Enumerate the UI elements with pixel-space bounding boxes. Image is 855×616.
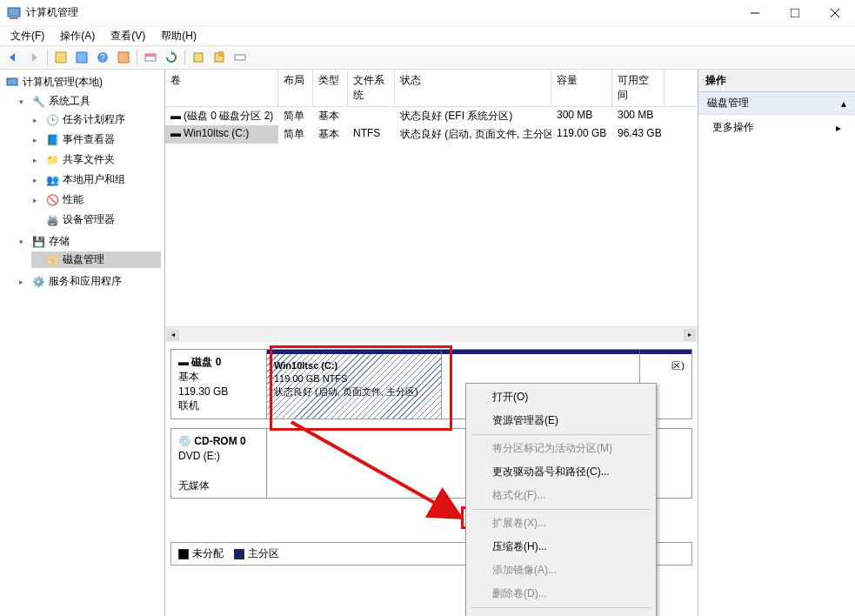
scroll-left-icon[interactable]: ◂ (167, 329, 179, 341)
expand-icon[interactable]: ▸ (33, 116, 42, 124)
tree-disk-management[interactable]: 📀磁盘管理 (31, 251, 161, 268)
tree-label: 任务计划程序 (63, 112, 125, 127)
volume-layout: 简单 (278, 107, 313, 125)
expand-icon[interactable]: ▾ (19, 97, 28, 106)
cm-properties[interactable]: 属性(P) (468, 610, 654, 616)
cm-separator (471, 434, 651, 435)
computer-icon (5, 76, 19, 90)
tree-root[interactable]: 计算机管理(本地) (3, 73, 161, 91)
tree-system-tools[interactable]: ▾ 🔧 系统工具 (17, 93, 161, 110)
context-menu: 打开(O) 资源管理器(E) 将分区标记为活动分区(M) 更改驱动器号和路径(C… (465, 383, 657, 616)
cm-shrink[interactable]: 压缩卷(H)... (468, 535, 654, 559)
close-button[interactable] (815, 0, 855, 26)
toolbar: ? (0, 45, 855, 70)
help-icon[interactable]: ? (93, 48, 112, 67)
col-capacity[interactable]: 容量 (551, 70, 612, 106)
services-icon: ⚙️ (31, 275, 45, 289)
tree-services-apps[interactable]: ▸ ⚙️ 服务和应用程序 (17, 273, 161, 290)
svg-rect-3 (791, 9, 799, 17)
partition-size: 119.00 GB NTFS (274, 372, 434, 385)
disk-info[interactable]: ▬ 磁盘 0 基本 119.30 GB 联机 (171, 350, 267, 418)
volume-layout: 简单 (278, 125, 313, 144)
toolbar-icon-5[interactable] (141, 48, 160, 67)
cm-explorer[interactable]: 资源管理器(E) (468, 409, 654, 432)
horizontal-scrollbar[interactable]: ◂ ▸ (165, 326, 698, 342)
disk-title: 磁盘 0 (191, 356, 221, 368)
maximize-button[interactable] (775, 0, 815, 26)
expand-icon[interactable]: ▸ (33, 136, 42, 144)
tree-storage[interactable]: ▾ 💾 存储 (17, 233, 161, 250)
col-volume[interactable]: 卷 (165, 70, 278, 106)
actions-more[interactable]: 更多操作 ▸ (698, 115, 855, 140)
partition-suffix: 区) (647, 359, 685, 372)
disk-info[interactable]: 💿 CD-ROM 0 DVD (E:) 无媒体 (171, 429, 267, 498)
tree-local-users[interactable]: ▸👥本地用户和组 (31, 171, 161, 188)
folder-shared-icon: 📁 (45, 153, 59, 167)
tree-performance[interactable]: ▸🚫性能 (31, 191, 161, 208)
volume-type: 基本 (313, 107, 348, 125)
tree-label: 设备管理器 (63, 212, 115, 227)
tree-label: 事件查看器 (63, 132, 115, 147)
cdrom-state: 无媒体 (178, 479, 259, 493)
svg-rect-0 (8, 8, 20, 17)
collapse-icon: ▴ (841, 97, 846, 110)
col-fs[interactable]: 文件系统 (348, 70, 395, 106)
minimize-button[interactable] (735, 0, 775, 26)
cm-change-letter[interactable]: 更改驱动器号和路径(C)... (468, 460, 654, 484)
actions-more-label: 更多操作 (712, 120, 754, 135)
partition-status: 状态良好 (启动, 页面文件, 主分区) (274, 385, 434, 398)
menu-view[interactable]: 查看(V) (104, 27, 152, 45)
menu-file[interactable]: 文件(F) (3, 27, 51, 45)
volume-fs: NTFS (348, 125, 395, 144)
tree-shared-folders[interactable]: ▸📁共享文件夹 (31, 151, 161, 168)
toolbar-icon-9[interactable] (230, 48, 250, 67)
disk-icon: ▬ (178, 356, 189, 368)
actions-sub-label: 磁盘管理 (707, 96, 749, 110)
toolbar-icon-4[interactable] (114, 48, 133, 67)
expand-icon[interactable]: ▸ (33, 156, 42, 164)
legend-label: 主分区 (248, 546, 279, 561)
forward-button[interactable] (24, 48, 43, 67)
back-button[interactable] (3, 48, 23, 67)
volumes-list: 卷 布局 类型 文件系统 状态 容量 可用空间 ▬(磁盘 0 磁盘分区 2) 简… (165, 70, 698, 326)
toolbar-icon-8[interactable] (210, 48, 229, 67)
svg-rect-16 (235, 55, 245, 60)
actions-header: 操作 (698, 70, 855, 92)
partition-c[interactable]: Win10ltsc (C:) 119.00 GB NTFS 状态良好 (启动, … (267, 350, 441, 418)
tree-task-scheduler[interactable]: ▸🕒任务计划程序 (31, 111, 161, 128)
scroll-right-icon[interactable]: ▸ (684, 329, 696, 341)
volume-capacity: 300 MB (551, 107, 612, 125)
col-type[interactable]: 类型 (313, 70, 348, 106)
col-layout[interactable]: 布局 (278, 70, 313, 106)
svg-text:?: ? (100, 53, 105, 63)
titlebar: 计算机管理 (0, 0, 855, 26)
actions-disk-mgmt[interactable]: 磁盘管理 ▴ (698, 92, 855, 115)
col-status[interactable]: 状态 (395, 70, 551, 106)
expand-icon[interactable]: ▾ (19, 238, 28, 246)
tree-device-manager[interactable]: 🖨️设备管理器 (31, 211, 161, 228)
menu-help[interactable]: 帮助(H) (154, 27, 204, 45)
volume-capacity: 119.00 GB (551, 125, 612, 144)
volume-free: 96.43 GB (612, 125, 665, 144)
expand-icon[interactable]: ▸ (19, 278, 28, 286)
col-free[interactable]: 可用空间 (612, 70, 665, 106)
cm-open[interactable]: 打开(O) (468, 385, 654, 409)
tree-label: 磁盘管理 (63, 252, 104, 267)
legend-swatch-black (178, 549, 189, 559)
toolbar-icon-1[interactable] (51, 48, 70, 67)
expand-icon[interactable]: ▸ (33, 176, 42, 184)
toolbar-icon-2[interactable] (72, 48, 91, 67)
cdrom-type: DVD (E:) (178, 449, 259, 464)
expand-icon[interactable]: ▸ (33, 196, 42, 204)
refresh-icon[interactable] (162, 48, 181, 67)
svg-rect-1 (10, 17, 18, 19)
gauge-icon: 🚫 (45, 193, 59, 207)
legend-swatch-blue (234, 549, 244, 559)
cm-separator (471, 607, 651, 608)
toolbar-icon-7[interactable] (189, 48, 208, 67)
tree-event-viewer[interactable]: ▸📘事件查看器 (31, 131, 161, 148)
volume-row[interactable]: ▬Win10ltsc (C:) 简单 基本 NTFS 状态良好 (启动, 页面文… (165, 125, 698, 144)
volume-row[interactable]: ▬(磁盘 0 磁盘分区 2) 简单 基本 状态良好 (EFI 系统分区) 300… (165, 107, 698, 125)
menu-action[interactable]: 操作(A) (53, 27, 102, 45)
storage-icon: 💾 (31, 235, 45, 249)
